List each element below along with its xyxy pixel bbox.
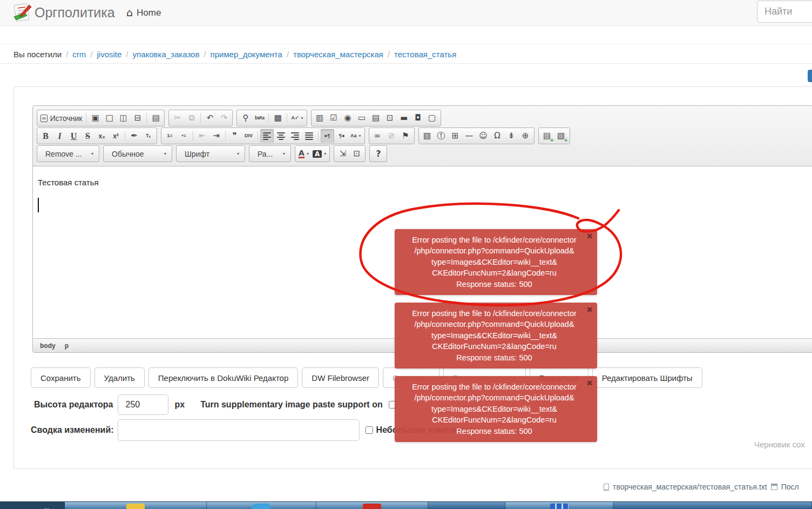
toolbar-group: 1≡•≡⇤⇥❞DIV▸¶¶◂Aa▾ — [161, 128, 365, 144]
image-button[interactable]: ▧ — [421, 129, 434, 143]
table-button[interactable]: ⊞ — [449, 129, 462, 143]
taskbar-app-2[interactable] — [207, 502, 316, 509]
italic-button[interactable]: I — [53, 129, 66, 143]
align-left-button[interactable] — [260, 129, 274, 143]
elements-path-body[interactable]: body — [40, 342, 56, 350]
breadcrumb-separator: / — [66, 50, 68, 59]
smiley-button[interactable]: ☺ — [477, 129, 490, 143]
special-char-button[interactable]: Ω — [491, 129, 504, 143]
underline-button[interactable]: U — [67, 129, 80, 143]
copy-formatting-button[interactable]: ✒ — [127, 129, 141, 143]
strikethrough-button[interactable]: S — [81, 129, 94, 143]
breadcrumb-link-упаковка_заказов[interactable]: упаковка_заказов — [133, 50, 200, 59]
background-color-button[interactable]: A▾ — [311, 147, 328, 160]
find-icon: ⚲ — [242, 114, 248, 122]
find-button[interactable]: ⚲ — [239, 111, 252, 125]
new-page-button[interactable]: □ — [103, 111, 116, 125]
undo-button[interactable]: ↶ — [203, 111, 216, 125]
div-container-button[interactable]: DIV — [242, 129, 255, 143]
iframe-button[interactable]: ⊕ — [519, 129, 532, 143]
show-blocks-button[interactable]: ⊡ — [350, 147, 363, 160]
delete-button[interactable]: Удалить — [94, 367, 145, 388]
text-color-button[interactable]: A▾ — [297, 147, 310, 160]
superscript-button[interactable]: x² — [109, 129, 123, 143]
search-input[interactable] — [757, 1, 812, 23]
horizontal-rule-button[interactable]: — — [463, 129, 476, 143]
help-button[interactable]: ? — [371, 147, 385, 160]
source-button[interactable]: ‹›Источник — [39, 111, 84, 125]
taskbar-app-3[interactable] — [316, 502, 428, 509]
taskbar-start[interactable]: ... — [0, 502, 65, 509]
subscript-icon: x₂ — [98, 133, 105, 139]
language-button[interactable]: Aa▾ — [349, 129, 363, 143]
replace-icon: b⇄a — [255, 116, 265, 120]
save-page-button[interactable]: Сохранить — [31, 367, 91, 388]
select-all-button[interactable]: ▩ — [271, 111, 285, 125]
format-select[interactable]: Обычное▾ — [105, 147, 170, 160]
remove-format-button[interactable]: Tₓ — [141, 129, 155, 143]
close-icon[interactable]: ✖ — [586, 379, 593, 387]
radio-button-button[interactable]: ◉ — [341, 111, 355, 125]
flash-button[interactable]: ⓕ — [435, 129, 448, 143]
textarea-button[interactable]: ▤ — [369, 111, 383, 125]
page-break-button[interactable]: ⇟ — [505, 129, 518, 143]
breadcrumb-link-тестовая_статья[interactable]: тестовая_статья — [394, 50, 456, 59]
size-select[interactable]: Ра...▾ — [251, 147, 289, 160]
breadcrumb-link-jivosite[interactable]: jivosite — [97, 50, 122, 59]
bulleted-list-button[interactable]: •≡ — [177, 129, 191, 143]
bidi-ltr-button[interactable]: ▸¶ — [321, 129, 334, 143]
replace-button[interactable]: b⇄a — [253, 111, 266, 125]
increase-indent-button[interactable]: ⇥ — [209, 129, 223, 143]
checkbox-button[interactable]: ☑ — [327, 111, 341, 125]
styles-select[interactable]: Remove ...▾ — [39, 147, 97, 160]
blockquote-button[interactable]: ❞ — [228, 129, 241, 143]
insert-doc-button[interactable]: ▤ — [540, 129, 554, 143]
app-logo[interactable] — [13, 3, 32, 23]
bold-button[interactable]: B — [39, 129, 52, 143]
switch-editor-button[interactable]: Переключить в DokuWiki Редактор — [148, 367, 298, 388]
form-button[interactable]: ▥ — [313, 111, 327, 125]
preview-button[interactable]: ◫ — [117, 111, 130, 125]
font-select[interactable]: Шрифт▾ — [178, 147, 243, 160]
spellcheck-button[interactable]: A✓▾ — [289, 111, 304, 125]
button-button[interactable]: ▬ — [397, 111, 411, 125]
taskbar-app-4[interactable] — [505, 502, 613, 509]
insert-image-button[interactable]: ▧ — [554, 129, 568, 143]
home-link[interactable]: Home — [126, 6, 161, 19]
minor-change-checkbox[interactable] — [366, 426, 373, 434]
close-icon[interactable]: ✖ — [586, 305, 593, 314]
anchor-button[interactable]: ⚑ — [399, 129, 412, 143]
align-right-button[interactable] — [288, 129, 302, 143]
selection-field-button[interactable]: ⊡ — [383, 111, 397, 125]
change-summary-input[interactable] — [118, 419, 360, 441]
align-center-button[interactable] — [274, 129, 288, 143]
image-button-button[interactable]: ◘ — [411, 111, 425, 125]
numbered-list-button[interactable]: 1≡ — [163, 129, 177, 143]
taskbar-strip-1[interactable] — [428, 502, 505, 509]
print-button[interactable]: ⊟ — [131, 111, 144, 125]
close-icon[interactable]: ✖ — [586, 232, 593, 240]
subscript-button[interactable]: x₂ — [95, 129, 109, 143]
site-title[interactable]: Оргполитика — [35, 5, 115, 21]
breadcrumb-link-crm[interactable]: crm — [72, 50, 86, 59]
dw-filebrowser-button[interactable]: DW Filebrowser — [302, 367, 379, 388]
text-field-button[interactable]: ▭ — [355, 111, 369, 125]
save-icon: ▣ — [92, 114, 99, 122]
elements-path-p[interactable]: p — [65, 342, 69, 350]
spellcheck-icon: A✓ — [291, 116, 299, 120]
breadcrumb-link-творческая_мастерская[interactable]: творческая_мастерская — [293, 50, 383, 59]
editor-height-input[interactable] — [118, 394, 168, 415]
bidi-rtl-button[interactable]: ¶◂ — [335, 129, 348, 143]
taskbar-strip-2[interactable] — [613, 502, 812, 509]
breadcrumb-link-пример_документа[interactable]: пример_документа — [211, 50, 282, 59]
maximize-button[interactable]: ⇲ — [336, 147, 349, 160]
link-button[interactable]: ∞ — [371, 129, 384, 143]
increase-indent-icon: ⇥ — [213, 132, 220, 140]
align-justify-button[interactable] — [302, 129, 316, 143]
hidden-field-button[interactable]: ▢ — [425, 111, 439, 125]
templates-button[interactable]: ▤ — [149, 111, 163, 125]
taskbar-app-1[interactable] — [65, 502, 207, 509]
edit-fonts-button[interactable]: Редактировать Шрифты — [592, 367, 702, 388]
save-button[interactable]: ▣ — [89, 111, 102, 125]
page-tools-edge-button[interactable] — [808, 70, 812, 82]
